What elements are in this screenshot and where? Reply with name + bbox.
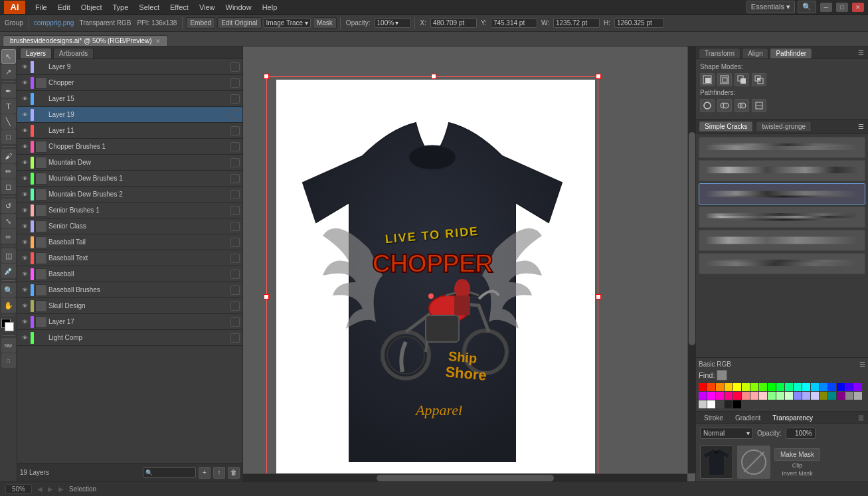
layer-eye[interactable]: 👁 xyxy=(20,174,29,183)
sel-handle-mr[interactable] xyxy=(596,294,601,299)
layer-eye[interactable]: 👁 xyxy=(20,254,29,263)
color-swatch[interactable] xyxy=(828,392,836,400)
layer-eye[interactable]: 👁 xyxy=(20,62,29,72)
layer-row[interactable]: 👁 Layer 9 xyxy=(17,59,242,75)
brushes-tab-simple[interactable]: Simple Cracks xyxy=(699,121,753,132)
pencil-tool[interactable]: ✏ xyxy=(1,164,16,179)
layer-lock[interactable] xyxy=(230,78,240,88)
layer-row[interactable]: 👁 Layer 15 xyxy=(17,91,242,107)
brush-item-4[interactable] xyxy=(699,207,865,228)
layer-eye[interactable]: 👁 xyxy=(20,126,29,135)
menu-help[interactable]: Help xyxy=(258,2,282,13)
shape-btn-3[interactable] xyxy=(735,73,749,86)
color-swatch[interactable] xyxy=(759,392,767,400)
scroll-thumb-h[interactable] xyxy=(377,475,555,481)
layer-lock[interactable] xyxy=(230,254,240,263)
layer-lock[interactable] xyxy=(230,174,240,183)
find-swatch[interactable] xyxy=(717,370,727,380)
layer-row[interactable]: 👁 Baseball Brushes xyxy=(17,282,242,298)
search-box[interactable]: 🔍 xyxy=(798,1,816,13)
zoom-level[interactable]: 50% xyxy=(5,484,32,494)
type-tool[interactable]: T xyxy=(1,99,16,114)
brushes-tab-twisted[interactable]: twisted-grunge xyxy=(756,121,812,132)
layer-lock[interactable] xyxy=(230,222,240,231)
eyedropper-tool[interactable]: 💉 xyxy=(1,264,16,278)
color-swatch[interactable] xyxy=(802,392,810,400)
color-swatch[interactable] xyxy=(716,392,724,400)
color-swatch[interactable] xyxy=(837,383,845,391)
layer-row[interactable]: 👁 Mountain Dew Brushes 1 xyxy=(17,171,242,187)
layer-eye[interactable]: 👁 xyxy=(20,206,29,215)
brush-item-5[interactable] xyxy=(699,230,865,251)
layer-row[interactable]: 👁 Light Comp xyxy=(17,330,242,346)
h-input[interactable] xyxy=(614,18,664,28)
color-swatch[interactable] xyxy=(742,392,750,400)
brushes-grid[interactable]: Art Brush 4 xyxy=(696,134,868,357)
paintbrush-tool[interactable]: 🖌 xyxy=(1,149,16,163)
opacity-dropdown[interactable]: 100%▾ xyxy=(375,18,411,28)
path-btn-4[interactable] xyxy=(752,99,766,112)
color-swatch[interactable] xyxy=(750,392,758,400)
tab-close-1[interactable]: ✕ xyxy=(155,38,161,44)
color-swatch[interactable] xyxy=(854,392,862,400)
gradient-tool[interactable]: ◫ xyxy=(1,248,16,263)
layer-row[interactable]: 👁 Baseball Text xyxy=(17,250,242,266)
color-swatch[interactable] xyxy=(716,383,724,391)
sel-handle-ml[interactable] xyxy=(264,294,269,299)
layer-eye[interactable]: 👁 xyxy=(20,110,29,120)
menu-window[interactable]: Window xyxy=(221,2,256,13)
layers-search[interactable]: 🔍 xyxy=(143,467,196,478)
color-swatch[interactable] xyxy=(733,383,741,391)
layer-row[interactable]: 👁 Layer 17 xyxy=(17,314,242,330)
color-swatch[interactable] xyxy=(776,392,784,400)
gradient-tab[interactable]: Gradient xyxy=(730,413,766,423)
color-swatch[interactable] xyxy=(811,383,819,391)
transparency-tab[interactable]: Transparency xyxy=(767,413,818,423)
layers-tab-layers[interactable]: Layers xyxy=(20,48,52,58)
color-swatch[interactable] xyxy=(794,383,802,391)
color-swatch[interactable] xyxy=(785,383,793,391)
path-btn-3[interactable] xyxy=(735,99,749,112)
layer-eye[interactable]: 👁 xyxy=(20,222,29,231)
shape-btn-4[interactable] xyxy=(752,73,766,86)
document-tab-1[interactable]: brushesvideodesigns.ai* @ 50% (RGB/Previ… xyxy=(3,35,168,46)
color-swatch[interactable] xyxy=(802,383,810,391)
color-swatch[interactable] xyxy=(845,392,853,400)
color-swatch[interactable] xyxy=(811,392,819,400)
minimize-button[interactable]: ─ xyxy=(820,3,832,12)
color-swatch[interactable] xyxy=(707,383,715,391)
canvas-area[interactable]: LIVE TO RIDE CHOPPER Ship Shore Apparel xyxy=(243,46,695,481)
layers-new-sublayer[interactable]: + xyxy=(199,467,211,479)
hand-tool[interactable]: ✋ xyxy=(1,298,16,313)
color-swatch[interactable] xyxy=(733,400,741,408)
direct-select-tool[interactable]: ↗ xyxy=(1,64,16,79)
status-arrow[interactable]: ▶ xyxy=(48,485,53,493)
toolbar-file-link[interactable]: compprig.png xyxy=(33,19,76,27)
panel-menu-icon[interactable]: ☰ xyxy=(857,48,865,58)
color-swatch[interactable] xyxy=(725,392,733,400)
sel-handle-tl[interactable] xyxy=(264,74,269,79)
layers-delete[interactable]: 🗑 xyxy=(228,467,240,479)
color-swatch[interactable] xyxy=(725,383,733,391)
mask-button[interactable]: Mask xyxy=(313,17,337,29)
color-swatch[interactable] xyxy=(768,392,776,400)
rotate-tool[interactable]: ↺ xyxy=(1,199,16,213)
trans-panel-menu[interactable]: ☰ xyxy=(857,413,865,423)
close-button[interactable]: ✕ xyxy=(852,3,864,12)
brush-item-1[interactable] xyxy=(699,137,865,158)
mask-thumb-tshirt[interactable] xyxy=(700,446,733,479)
color-swatch[interactable] xyxy=(699,383,707,391)
layer-lock[interactable] xyxy=(230,126,240,135)
color-swatch[interactable] xyxy=(794,392,802,400)
x-input[interactable] xyxy=(430,18,477,28)
menu-view[interactable]: View xyxy=(195,2,220,13)
tab-align[interactable]: Align xyxy=(742,48,768,58)
normal-mode-btn[interactable]: NM xyxy=(1,338,16,353)
layer-lock[interactable] xyxy=(230,62,240,72)
layer-row[interactable]: 👁 Senior Brushes 1 xyxy=(17,203,242,218)
menu-edit[interactable]: Edit xyxy=(53,2,75,13)
image-trace-dropdown[interactable]: Image Trace ▾ xyxy=(264,18,311,28)
layer-row[interactable]: 👁 Baseball xyxy=(17,266,242,282)
layer-eye[interactable]: 👁 xyxy=(20,238,29,247)
layer-eye[interactable]: 👁 xyxy=(20,286,29,295)
